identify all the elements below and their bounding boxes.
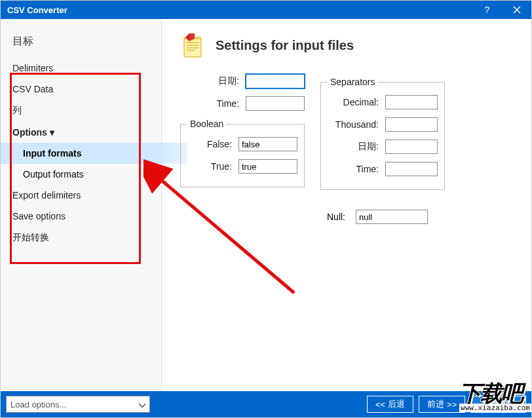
titlebar: CSV Converter ? <box>1 1 531 19</box>
chevron-left-icon: << <box>375 400 385 409</box>
false-label: False: <box>193 139 232 149</box>
sidebar: 目标 Delimiters CSV Data 列 Options ▾ Input… <box>1 19 162 391</box>
boolean-group: Boolean False: True: <box>180 119 305 187</box>
svg-rect-0 <box>184 37 201 57</box>
sep-date-label: 日期: <box>333 141 379 153</box>
time-input[interactable] <box>246 96 305 111</box>
window-controls: ? <box>472 1 531 19</box>
boolean-legend: Boolean <box>187 119 226 129</box>
sep-time-label: Time: <box>333 164 379 174</box>
false-input[interactable] <box>238 137 297 151</box>
sidebar-item-csvdata[interactable]: CSV Data <box>1 79 161 100</box>
bottombar: Load options... << 后退 前进 >> START! <box>1 391 531 417</box>
chevron-right-icon: >> <box>447 400 457 409</box>
start-button[interactable]: START! <box>470 396 526 413</box>
sidebar-item-start[interactable]: 开始转换 <box>1 227 161 249</box>
sidebar-header: 目标 <box>1 31 161 58</box>
back-label: 后退 <box>388 398 405 410</box>
separators-group: Separators Decimal: Thousand: 日期: Ti <box>320 77 445 190</box>
true-input[interactable] <box>238 159 297 174</box>
sep-date-input[interactable] <box>385 140 438 154</box>
sidebar-item-output-formats[interactable]: Output formats <box>1 164 161 185</box>
sep-time-input[interactable] <box>385 162 438 176</box>
settings-page-icon <box>180 32 206 58</box>
thousand-input[interactable] <box>385 117 438 132</box>
thousand-label: Thousand: <box>333 119 379 130</box>
main-panel: Settings for input files 日期: Time: Boole… <box>162 19 531 391</box>
date-label: 日期: <box>200 75 239 87</box>
null-label: Null: <box>327 212 345 222</box>
sidebar-item-columns[interactable]: 列 <box>1 100 161 122</box>
time-label: Time: <box>200 98 239 109</box>
sidebar-item-options-label: Options <box>12 127 47 138</box>
back-button[interactable]: << 后退 <box>367 396 413 413</box>
load-options-dropdown[interactable]: Load options... <box>6 396 150 413</box>
forward-button[interactable]: 前进 >> <box>419 396 465 413</box>
close-button[interactable] <box>502 1 531 19</box>
chevron-down-icon <box>139 400 145 409</box>
sidebar-item-options[interactable]: Options ▾ <box>1 122 161 143</box>
sidebar-item-export-delimiters[interactable]: Export delimiters <box>1 185 161 206</box>
null-input[interactable] <box>356 210 428 224</box>
true-label: True: <box>193 161 232 172</box>
separators-legend: Separators <box>328 77 377 87</box>
sidebar-item-save-options[interactable]: Save options <box>1 206 161 227</box>
decimal-input[interactable] <box>385 95 438 109</box>
help-button[interactable]: ? <box>472 1 502 19</box>
caret-down-icon: ▾ <box>50 127 54 138</box>
decimal-label: Decimal: <box>333 97 379 107</box>
load-options-label: Load options... <box>10 400 66 409</box>
sidebar-item-input-formats[interactable]: Input formats <box>1 143 161 164</box>
date-input[interactable] <box>246 74 305 88</box>
page-title: Settings for input files <box>216 38 354 53</box>
sidebar-item-delimiters[interactable]: Delimiters <box>1 58 161 79</box>
forward-label: 前进 <box>427 398 444 410</box>
app-title: CSV Converter <box>7 5 67 15</box>
